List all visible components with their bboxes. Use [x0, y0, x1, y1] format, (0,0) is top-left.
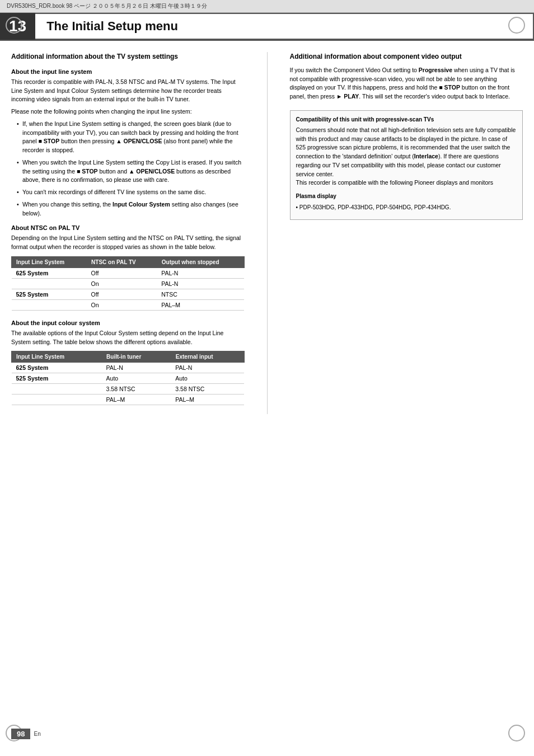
table-row: 625 System PAL-N PAL-N	[12, 363, 245, 373]
table-row: PAL–M PAL–M	[12, 395, 245, 405]
input-colour-table: Input Line System Built-in tuner Externa…	[11, 351, 245, 405]
right-para1: If you switch the Component Video Out se…	[290, 66, 523, 101]
right-column: Additional information about component v…	[284, 52, 523, 414]
sub1-para1: This recorder is compatible with PAL-N, …	[11, 78, 245, 104]
sub1-para2: Please note the following points when ch…	[11, 107, 245, 116]
table1-r3-c1: 525 System	[12, 289, 87, 299]
table-row: 525 System Auto Auto	[12, 373, 245, 384]
table1-r4-c3: PAL–M	[157, 299, 244, 310]
top-bar-text: DVR530HS_RDR.book 98 ページ ２００５年５月２６日 木曜日 …	[7, 3, 207, 9]
sub2-para1: Depending on the Input Line System setti…	[11, 234, 245, 252]
table1-r4-c1	[12, 299, 87, 310]
page-footer: 98 En	[11, 729, 41, 739]
table2-r3-c3: 3.58 NTSC	[171, 384, 244, 395]
corner-decoration-tr	[508, 17, 528, 37]
table2-r2-c2: Auto	[102, 373, 171, 384]
plasma-heading: Plasma display	[296, 192, 517, 200]
bullet-item-4: When you change this setting, the Input …	[17, 200, 245, 218]
sub3-para1: The available options of the Input Colou…	[11, 329, 245, 347]
table1-r3-c2: Off	[87, 289, 157, 299]
table2-r2-c1: 525 System	[12, 373, 102, 384]
table1-r3-c3: NTSC	[157, 289, 244, 299]
table1-r1-c2: Off	[87, 267, 157, 278]
corner-decoration-tl	[6, 17, 26, 37]
table2-header-1: Input Line System	[12, 351, 102, 363]
table-row: 525 System Off NTSC	[12, 289, 245, 299]
top-bar: DVR530HS_RDR.book 98 ページ ２００５年５月２６日 木曜日 …	[0, 0, 534, 13]
sub1-heading: About the input line system	[11, 68, 245, 75]
sub3-heading: About the input colour system	[11, 320, 245, 326]
chapter-title: The Initial Setup menu	[46, 19, 178, 34]
left-column: Additional information about the TV syst…	[11, 52, 250, 414]
table2-header-2: Built-in tuner	[102, 351, 171, 363]
table1-r1-c3: PAL-N	[157, 267, 244, 278]
table2-r3-c1	[12, 384, 102, 395]
right-section-heading: Additional information about component v…	[290, 52, 523, 62]
table2-r4-c2: PAL–M	[102, 395, 171, 405]
table-row: 3.58 NTSC 3.58 NTSC	[12, 384, 245, 395]
bullet-item-2: When you switch the Input Line System se…	[17, 158, 245, 185]
table-row: On PAL-N	[12, 278, 245, 289]
column-divider	[267, 52, 268, 414]
table1-r2-c3: PAL-N	[157, 278, 244, 289]
table2-r1-c1: 625 System	[12, 363, 102, 373]
chapter-header: 13 The Initial Setup menu	[0, 13, 534, 41]
bullet-list: If, when the Input Line System setting i…	[11, 120, 245, 218]
bullet-item-3: You can't mix recordings of different TV…	[17, 188, 245, 197]
table2-header-3: External input	[171, 351, 244, 363]
ntsc-pal-table: Input Line System NTSC on PAL TV Output …	[11, 256, 245, 311]
table2-r3-c2: 3.58 NTSC	[102, 384, 171, 395]
chapter-title-box: The Initial Setup menu	[35, 13, 534, 40]
corner-decoration-br	[508, 725, 528, 745]
page-lang: En	[34, 731, 40, 737]
table2-r1-c2: PAL-N	[102, 363, 171, 373]
plasma-text: • PDP-503HDG, PDP-433HDG, PDP-504HDG, PD…	[296, 203, 517, 212]
table1-header-1: Input Line System	[12, 256, 87, 267]
table1-r1-c1: 625 System	[12, 267, 87, 278]
table-row: On PAL–M	[12, 299, 245, 310]
sub2-heading: About NTSC on PAL TV	[11, 224, 245, 231]
table1-header-3: Output when stopped	[157, 256, 244, 267]
table1-header-2: NTSC on PAL TV	[87, 256, 157, 267]
table2-r1-c3: PAL-N	[171, 363, 244, 373]
table1-r4-c2: On	[87, 299, 157, 310]
table1-r2-c1	[12, 278, 87, 289]
table2-r2-c3: Auto	[171, 373, 244, 384]
table2-r4-c1	[12, 395, 102, 405]
left-section-heading: Additional information about the TV syst…	[11, 52, 245, 62]
table-row: 625 System Off PAL-N	[12, 267, 245, 278]
table1-r2-c2: On	[87, 278, 157, 289]
main-content: Additional information about the TV syst…	[0, 41, 534, 425]
table2-r4-c3: PAL–M	[171, 395, 244, 405]
info-box-title: Compatibility of this unit with progress…	[296, 115, 517, 124]
page-number: 98	[11, 729, 30, 739]
info-box: Compatibility of this unit with progress…	[290, 110, 523, 220]
bullet-item-1: If, when the Input Line System setting i…	[17, 120, 245, 155]
info-box-text: Consumers should note that not all high-…	[296, 126, 517, 187]
